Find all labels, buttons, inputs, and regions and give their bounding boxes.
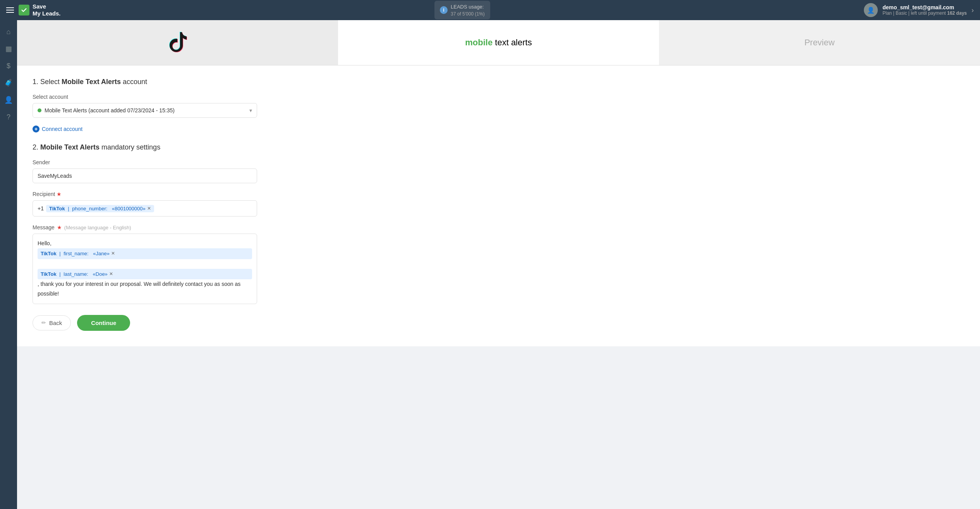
content-area: mobile text alerts Preview 1. Select Mob… [17, 20, 980, 509]
form-card: 1. Select Mobile Text Alerts account Sel… [17, 65, 980, 346]
recipient-tag: TikTok | phone_number: «8001000000» ✕ [46, 205, 154, 212]
recipient-tag-close[interactable]: ✕ [147, 206, 151, 211]
message-group: Message ★ (Message language - English) H… [33, 224, 965, 304]
leads-usage-badge: i LEADS usage: 37 of 5'000 (1%) [434, 1, 490, 19]
continue-button[interactable]: Continue [77, 315, 130, 331]
user-email: demo_sml_test@gmail.com [882, 4, 967, 10]
tab-tiktok[interactable] [17, 20, 338, 65]
sender-input[interactable] [33, 169, 257, 183]
message-textarea[interactable]: Hello, TikTok | first_name: «Jane» ✕ Tik… [33, 234, 257, 304]
tab-mobile-text-alerts[interactable]: mobile text alerts [338, 20, 659, 65]
message-required-star: ★ [57, 224, 62, 230]
recipient-prefix: +1 [38, 205, 44, 212]
leads-label: LEADS usage: [451, 4, 484, 10]
topbar: Save My Leads. i LEADS usage: 37 of 5'00… [0, 0, 980, 20]
pencil-icon: ✏ [41, 320, 46, 326]
connect-account-link[interactable]: + Connect account [33, 126, 965, 132]
sidebar-item-profile[interactable]: 👤 [2, 93, 15, 107]
sender-group: Sender [33, 159, 965, 183]
tab-preview-label: Preview [804, 38, 834, 48]
message-tag2: TikTok | last_name: «Doe» ✕ [38, 269, 252, 279]
recipient-field[interactable]: +1 TikTok | phone_number: «8001000000» ✕ [33, 200, 257, 217]
account-select-value: Mobile Text Alerts (account added 07/23/… [45, 107, 175, 113]
sender-label: Sender [33, 159, 965, 165]
chevron-down-icon: ▾ [249, 107, 252, 113]
required-star: ★ [57, 191, 62, 197]
tab-preview[interactable]: Preview [659, 20, 980, 65]
message-tag2-close[interactable]: ✕ [109, 270, 113, 279]
section2-title: 2. Mobile Text Alerts mandatory settings [33, 143, 965, 151]
select-account-label: Select account [33, 94, 965, 100]
message-content: Hello, TikTok | first_name: «Jane» ✕ Tik… [38, 239, 252, 299]
user-plan: Plan | Basic | left until payment 162 da… [882, 10, 967, 16]
message-label: Message ★ (Message language - English) [33, 224, 965, 230]
connect-account-label: Connect account [42, 126, 82, 132]
avatar: 👤 [864, 3, 878, 17]
select-account-group: Select account Mobile Text Alerts (accou… [33, 94, 965, 118]
green-dot-icon [38, 108, 41, 112]
recipient-group: Recipient ★ +1 TikTok | phone_number: «8… [33, 191, 965, 217]
section1-title: 1. Select Mobile Text Alerts account [33, 78, 965, 86]
sidebar-item-help[interactable]: ? [2, 110, 15, 124]
logo-icon [19, 5, 29, 15]
logo: Save My Leads. [19, 3, 61, 17]
sidebar-item-home[interactable]: ⌂ [2, 25, 15, 39]
sidebar-item-dashboard[interactable]: ▦ [2, 42, 15, 56]
logo-text: Save My Leads. [33, 3, 61, 17]
back-button[interactable]: ✏ Back [33, 315, 71, 330]
recipient-label: Recipient ★ [33, 191, 965, 197]
sidebar: ⌂ ▦ $ 🧳 👤 ? [0, 20, 17, 509]
connect-plus-icon: + [33, 126, 39, 132]
sidebar-item-billing[interactable]: $ [2, 59, 15, 73]
info-icon: i [440, 6, 448, 14]
account-select[interactable]: Mobile Text Alerts (account added 07/23/… [33, 103, 257, 118]
action-bar: ✏ Back Continue [33, 315, 965, 331]
message-tag1-close[interactable]: ✕ [111, 249, 115, 258]
user-info: demo_sml_test@gmail.com Plan | Basic | l… [882, 4, 967, 16]
wizard-tabs: mobile text alerts Preview [17, 20, 980, 65]
tiktok-logo-icon [166, 29, 189, 56]
sidebar-item-briefcase[interactable]: 🧳 [2, 76, 15, 90]
message-sublabel: (Message language - English) [64, 225, 131, 230]
user-section: 👤 demo_sml_test@gmail.com Plan | Basic |… [864, 3, 974, 17]
hamburger-button[interactable] [6, 7, 14, 13]
message-tag1: TikTok | first_name: «Jane» ✕ [38, 248, 252, 259]
leads-count: 37 of 5'000 (1%) [451, 11, 485, 17]
tab-mobile-text-alerts-label: mobile text alerts [465, 38, 532, 48]
chevron-right-icon[interactable]: › [971, 6, 974, 14]
